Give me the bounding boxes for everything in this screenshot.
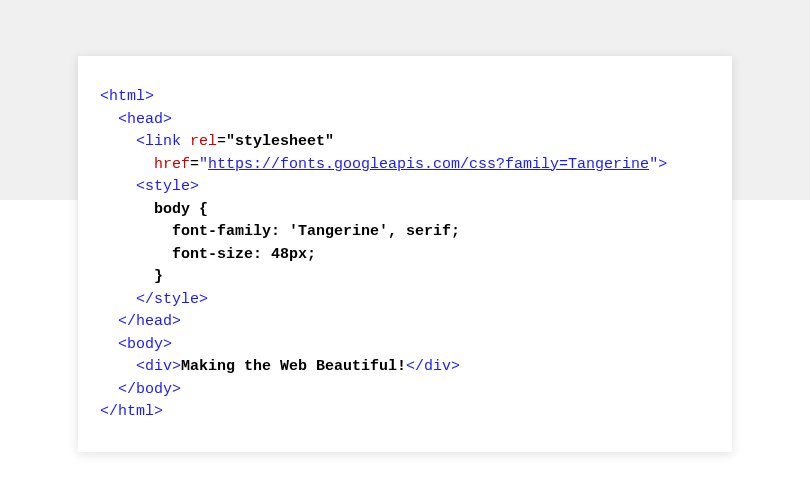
css-selector-close: } <box>154 268 163 285</box>
css-rule-font-size: font-size: 48px; <box>172 246 316 263</box>
attr-href-name: href <box>154 156 190 173</box>
tag-body-open: <body> <box>118 336 172 353</box>
tag-head-open: <head> <box>118 111 172 128</box>
tag-style-open: <style> <box>136 178 199 195</box>
attr-href-url[interactable]: https://fonts.googleapis.com/css?family=… <box>208 156 649 173</box>
tag-link-open: <link <box>136 133 181 150</box>
css-selector: body { <box>154 201 208 218</box>
css-rule-font-family: font-family: 'Tangerine', serif; <box>172 223 460 240</box>
attr-href-quote-close: "> <box>649 156 667 173</box>
tag-div-close: </div> <box>406 358 460 375</box>
code-block: <html><head><link rel="stylesheet"href="… <box>100 86 710 424</box>
tag-head-close: </head> <box>118 313 181 330</box>
tag-style-close: </style> <box>136 291 208 308</box>
tag-div-open: <div> <box>136 358 181 375</box>
attr-rel-value: "stylesheet" <box>226 133 334 150</box>
code-snippet-card: <html><head><link rel="stylesheet"href="… <box>78 56 732 452</box>
attr-eq-1: = <box>217 133 226 150</box>
tag-html-close: </html> <box>100 403 163 420</box>
tag-body-close: </body> <box>118 381 181 398</box>
attr-rel-name: rel <box>190 133 217 150</box>
attr-eq-2: = <box>190 156 199 173</box>
attr-href-quote-open: " <box>199 156 208 173</box>
div-text-content: Making the Web Beautiful! <box>181 358 406 375</box>
tag-html-open: <html> <box>100 88 154 105</box>
